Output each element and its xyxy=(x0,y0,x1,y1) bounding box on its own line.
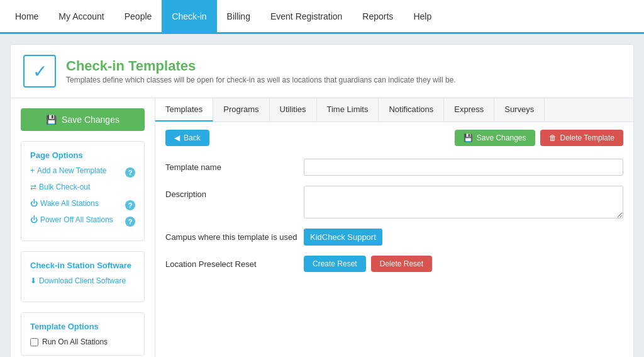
back-button[interactable]: ◀ Back xyxy=(165,130,209,146)
campus-select-wrapper: KidCheck Support xyxy=(304,229,623,246)
description-group: Description xyxy=(165,186,623,218)
save-changes-icon: 💾 xyxy=(464,133,473,142)
wake-icon: ⏻ xyxy=(30,199,38,208)
description-textarea[interactable] xyxy=(304,186,623,218)
add-icon: + xyxy=(30,166,35,175)
download-client-link[interactable]: ⬇ Download Client Software xyxy=(30,276,126,285)
tab-utilities[interactable]: Utilities xyxy=(270,98,317,122)
wake-all-stations-link[interactable]: ⏻ Wake All Stations xyxy=(30,199,125,208)
power-off-row: ⏻ Power Off All Stations ? xyxy=(30,215,135,228)
run-on-all-stations-checkbox[interactable] xyxy=(30,338,38,346)
template-options-section: Template Options Run On All Stations xyxy=(21,312,145,356)
delete-template-button[interactable]: 🗑 Delete Template xyxy=(540,130,624,146)
nav-event-registration[interactable]: Event Registration xyxy=(260,0,352,32)
top-nav: Home My Account People Check-in Billing … xyxy=(0,0,644,34)
bulk-icon: ⇄ xyxy=(30,183,36,191)
download-link-row: ⬇ Download Client Software xyxy=(30,276,135,289)
page-title: Check-in Templates xyxy=(66,58,456,74)
nav-home[interactable]: Home xyxy=(5,0,48,32)
delete-reset-button[interactable]: Delete Reset xyxy=(371,256,432,272)
delete-template-icon: 🗑 xyxy=(549,133,557,142)
nav-check-in[interactable]: Check-in xyxy=(162,0,216,32)
save-icon-sidebar: 💾 xyxy=(46,115,57,125)
power-off-link[interactable]: ⏻ Power Off All Stations xyxy=(30,215,125,224)
tab-programs[interactable]: Programs xyxy=(213,98,269,122)
nav-help[interactable]: Help xyxy=(403,0,441,32)
back-arrow-icon: ◀ xyxy=(174,133,180,142)
location-preselect-label: Location Preselect Reset xyxy=(165,256,304,269)
create-reset-button[interactable]: Create Reset xyxy=(304,256,366,272)
run-on-all-stations-label[interactable]: Run On All Stations xyxy=(30,337,135,346)
save-button-sidebar[interactable]: 💾 Save Changes xyxy=(21,108,145,131)
page-options-title: Page Options xyxy=(30,150,135,160)
bulk-check-out-row: ⇄ Bulk Check-out xyxy=(30,183,135,195)
add-new-template-link[interactable]: + Add a New Template xyxy=(30,166,125,175)
toolbar-row: ◀ Back 💾 Save Changes 🗑 Delete Template xyxy=(165,130,623,146)
station-software-section: Check-in Station Software ⬇ Download Cli… xyxy=(21,251,145,302)
nav-reports[interactable]: Reports xyxy=(352,0,403,32)
campus-select[interactable]: KidCheck Support xyxy=(304,229,382,246)
save-changes-button[interactable]: 💾 Save Changes xyxy=(455,130,535,146)
template-options-title: Template Options xyxy=(30,322,135,331)
station-software-title: Check-in Station Software xyxy=(30,261,135,270)
tab-express[interactable]: Express xyxy=(444,98,494,122)
campus-group: Campus where this template is used KidCh… xyxy=(165,229,623,246)
nav-people[interactable]: People xyxy=(114,0,162,32)
wake-stations-help[interactable]: ? xyxy=(125,200,135,210)
location-preselect-group: Location Preselect Reset Create Reset De… xyxy=(165,256,623,272)
wake-all-stations-row: ⏻ Wake All Stations ? xyxy=(30,199,135,212)
page-description: Templates define which classes will be o… xyxy=(66,76,456,84)
main-content: ✓ Check-in Templates Templates define wh… xyxy=(0,34,644,357)
template-name-input[interactable] xyxy=(304,159,623,176)
nav-my-account[interactable]: My Account xyxy=(48,0,114,32)
template-name-label: Template name xyxy=(165,159,304,172)
right-panel: Templates Programs Utilities Time Limits… xyxy=(155,98,633,357)
run-on-all-stations-text: Run On All Stations xyxy=(42,337,108,346)
header-card: ✓ Check-in Templates Templates define wh… xyxy=(10,44,634,98)
tab-content: ◀ Back 💾 Save Changes 🗑 Delete Template xyxy=(155,122,633,290)
nav-billing[interactable]: Billing xyxy=(217,0,260,32)
header-text: Check-in Templates Templates define whic… xyxy=(66,58,456,84)
power-off-help[interactable]: ? xyxy=(125,217,135,227)
add-template-help[interactable]: ? xyxy=(125,167,135,178)
description-label: Description xyxy=(165,186,304,199)
tab-surveys[interactable]: Surveys xyxy=(494,98,545,122)
left-sidebar: 💾 Save Changes Page Options + Add a New … xyxy=(11,98,155,357)
checkin-icon: ✓ xyxy=(23,55,56,88)
download-icon: ⬇ xyxy=(30,276,36,285)
template-name-group: Template name xyxy=(165,159,623,176)
tab-templates[interactable]: Templates xyxy=(155,98,213,122)
bulk-check-out-link[interactable]: ⇄ Bulk Check-out xyxy=(30,183,135,191)
tab-notifications[interactable]: Notifications xyxy=(379,98,444,122)
power-icon: ⏻ xyxy=(30,215,38,224)
campus-label: Campus where this template is used xyxy=(165,229,304,242)
content-wrapper: 💾 Save Changes Page Options + Add a New … xyxy=(10,98,634,357)
tab-time-limits[interactable]: Time Limits xyxy=(317,98,379,122)
add-new-template-row: + Add a New Template ? xyxy=(30,166,135,179)
tabs-bar: Templates Programs Utilities Time Limits… xyxy=(155,98,633,122)
reset-buttons: Create Reset Delete Reset xyxy=(304,256,432,272)
page-options-section: Page Options + Add a New Template ? ⇄ Bu… xyxy=(21,141,145,241)
toolbar-right: 💾 Save Changes 🗑 Delete Template xyxy=(455,130,623,146)
